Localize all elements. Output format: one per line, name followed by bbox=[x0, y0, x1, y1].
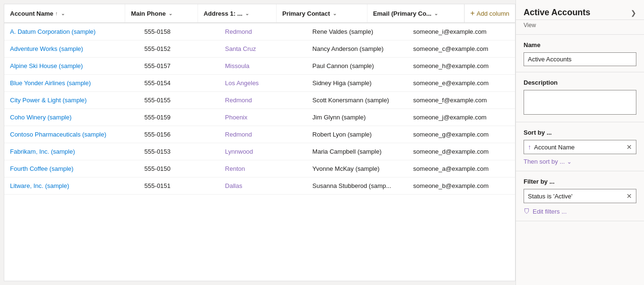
then-sort-chevron-icon: ⌄ bbox=[567, 158, 572, 165]
table-cell: someone_i@example.com bbox=[407, 23, 515, 40]
col-label-primary-contact: Primary Contact bbox=[282, 10, 330, 17]
table-cell: Santa Cruz bbox=[219, 40, 307, 57]
table-cell: Alpine Ski House (sample) bbox=[4, 58, 139, 74]
table-cell: 555-0151 bbox=[139, 177, 219, 194]
table-cell: Missoula bbox=[219, 58, 307, 74]
col-label-account-name: Account Name bbox=[10, 10, 53, 17]
col-label-main-phone: Main Phone bbox=[131, 10, 166, 17]
table-cell: Sidney Higa (sample) bbox=[307, 75, 407, 91]
table-cell: someone_c@example.com bbox=[407, 40, 515, 57]
table-row[interactable]: Fourth Coffee (sample)555-0150RentonYvon… bbox=[4, 160, 515, 177]
table-cell: Robert Lyon (sample) bbox=[307, 126, 407, 143]
table-cell: 555-0156 bbox=[139, 126, 219, 143]
table-cell: Contoso Pharmaceuticals (sample) bbox=[4, 126, 139, 143]
table-cell: someone_d@example.com bbox=[407, 143, 515, 160]
table-cell: someone_b@example.com bbox=[407, 177, 515, 194]
table-cell: Litware, Inc. (sample) bbox=[4, 177, 139, 194]
table-cell: Los Angeles bbox=[219, 75, 307, 91]
table-header-row: Account Name ↑ ⌄ Main Phone ⌄ Address 1:… bbox=[4, 4, 515, 23]
filter-chip: Status is 'Active' ✕ bbox=[524, 189, 636, 203]
add-column-plus-icon: + bbox=[470, 9, 475, 18]
table-cell: someone_j@example.com bbox=[407, 109, 515, 126]
table-row[interactable]: A. Datum Corporation (sample)555-0158Red… bbox=[4, 23, 515, 40]
table-cell: Renton bbox=[219, 160, 307, 177]
name-label: Name bbox=[524, 41, 636, 49]
table-row[interactable]: Contoso Pharmaceuticals (sample)555-0156… bbox=[4, 126, 515, 143]
table-cell: Phoenix bbox=[219, 109, 307, 126]
panel-title: Active Accounts bbox=[524, 8, 590, 18]
then-sort-button[interactable]: Then sort by ... ⌄ bbox=[524, 158, 636, 165]
main-table-area: Account Name ↑ ⌄ Main Phone ⌄ Address 1:… bbox=[4, 4, 515, 281]
chevron-down-icon-contact: ⌄ bbox=[333, 11, 337, 16]
table-cell: Adventure Works (sample) bbox=[4, 40, 139, 57]
table-row[interactable]: Alpine Ski House (sample)555-0157Missoul… bbox=[4, 58, 515, 75]
table-cell: someone_h@example.com bbox=[407, 58, 515, 74]
table-cell: Fourth Coffee (sample) bbox=[4, 160, 139, 177]
col-label-address: Address 1: ... bbox=[204, 10, 243, 17]
table-cell: 555-0152 bbox=[139, 40, 219, 57]
col-header-email[interactable]: Email (Primary Co... ⌄ bbox=[367, 4, 464, 22]
sort-chip-remove-button[interactable]: ✕ bbox=[626, 143, 632, 151]
table-cell: City Power & Light (sample) bbox=[4, 92, 139, 108]
col-label-email: Email (Primary Co... bbox=[373, 10, 432, 17]
sort-chip-left: ↑ Account Name bbox=[528, 143, 575, 151]
add-column-button[interactable]: + Add column bbox=[464, 4, 515, 22]
edit-filters-button[interactable]: ⛉ Edit filters ... bbox=[524, 208, 636, 215]
table-cell: Maria Campbell (sample) bbox=[307, 143, 407, 160]
table-cell: 555-0150 bbox=[139, 160, 219, 177]
table-row[interactable]: Fabrikam, Inc. (sample)555-0153LynnwoodM… bbox=[4, 143, 515, 160]
right-panel: Active Accounts ❯ View Name Description … bbox=[515, 0, 644, 285]
description-label: Description bbox=[524, 79, 636, 86]
table-cell: someone_e@example.com bbox=[407, 75, 515, 91]
table-cell: someone_f@example.com bbox=[407, 92, 515, 108]
filter-chip-remove-button[interactable]: ✕ bbox=[626, 192, 632, 200]
table-row[interactable]: Adventure Works (sample)555-0152Santa Cr… bbox=[4, 40, 515, 58]
name-section: Name bbox=[516, 35, 644, 72]
table-cell: Redmond bbox=[219, 23, 307, 40]
table-cell: 555-0153 bbox=[139, 143, 219, 160]
sort-chip: ↑ Account Name ✕ bbox=[524, 140, 636, 154]
column-headers: Account Name ↑ ⌄ Main Phone ⌄ Address 1:… bbox=[4, 4, 464, 22]
table-cell: Blue Yonder Airlines (sample) bbox=[4, 75, 139, 91]
name-input[interactable] bbox=[524, 52, 636, 66]
table-cell: Dallas bbox=[219, 177, 307, 194]
table-cell: 555-0154 bbox=[139, 75, 219, 91]
sort-section: Sort by ... ↑ Account Name ✕ Then sort b… bbox=[516, 122, 644, 171]
table-cell: Redmond bbox=[219, 92, 307, 108]
panel-collapse-icon[interactable]: ❯ bbox=[631, 9, 636, 17]
chevron-down-icon-email: ⌄ bbox=[434, 11, 438, 16]
table-cell: Fabrikam, Inc. (sample) bbox=[4, 143, 139, 160]
add-column-label: Add column bbox=[476, 10, 509, 17]
table-cell: Nancy Anderson (sample) bbox=[307, 40, 407, 57]
table-cell: 555-0158 bbox=[139, 23, 219, 40]
table-cell: 555-0157 bbox=[139, 58, 219, 74]
table-cell: Yvonne McKay (sample) bbox=[307, 160, 407, 177]
panel-subtitle: View bbox=[516, 20, 644, 35]
table-cell: Jim Glynn (sample) bbox=[307, 109, 407, 126]
sort-chip-label: Account Name bbox=[534, 144, 575, 151]
table-cell: 555-0159 bbox=[139, 109, 219, 126]
col-header-main-phone[interactable]: Main Phone ⌄ bbox=[125, 4, 198, 22]
col-header-address[interactable]: Address 1: ... ⌄ bbox=[198, 4, 277, 22]
filter-funnel-icon: ⛉ bbox=[524, 208, 530, 215]
sort-label: Sort by ... bbox=[524, 129, 636, 136]
filter-chip-label: Status is 'Active' bbox=[528, 193, 573, 200]
table-row[interactable]: Blue Yonder Airlines (sample)555-0154Los… bbox=[4, 75, 515, 92]
sort-up-arrow-icon: ↑ bbox=[528, 143, 531, 151]
table-cell: Coho Winery (sample) bbox=[4, 109, 139, 126]
table-cell: someone_a@example.com bbox=[407, 160, 515, 177]
table-row[interactable]: Litware, Inc. (sample)555-0151DallasSusa… bbox=[4, 177, 515, 195]
table-cell: Redmond bbox=[219, 126, 307, 143]
table-cell: Paul Cannon (sample) bbox=[307, 58, 407, 74]
table-body: A. Datum Corporation (sample)555-0158Red… bbox=[4, 23, 515, 281]
table-row[interactable]: Coho Winery (sample)555-0159PhoenixJim G… bbox=[4, 109, 515, 126]
table-row[interactable]: City Power & Light (sample)555-0155Redmo… bbox=[4, 92, 515, 109]
table-cell: someone_g@example.com bbox=[407, 126, 515, 143]
col-header-account-name[interactable]: Account Name ↑ ⌄ bbox=[4, 4, 125, 22]
description-textarea[interactable] bbox=[524, 90, 636, 115]
description-section: Description bbox=[516, 72, 644, 122]
chevron-down-icon-account: ⌄ bbox=[61, 11, 65, 16]
table-cell: 555-0155 bbox=[139, 92, 219, 108]
chevron-down-icon-address: ⌄ bbox=[245, 11, 249, 16]
col-header-primary-contact[interactable]: Primary Contact ⌄ bbox=[277, 4, 367, 22]
